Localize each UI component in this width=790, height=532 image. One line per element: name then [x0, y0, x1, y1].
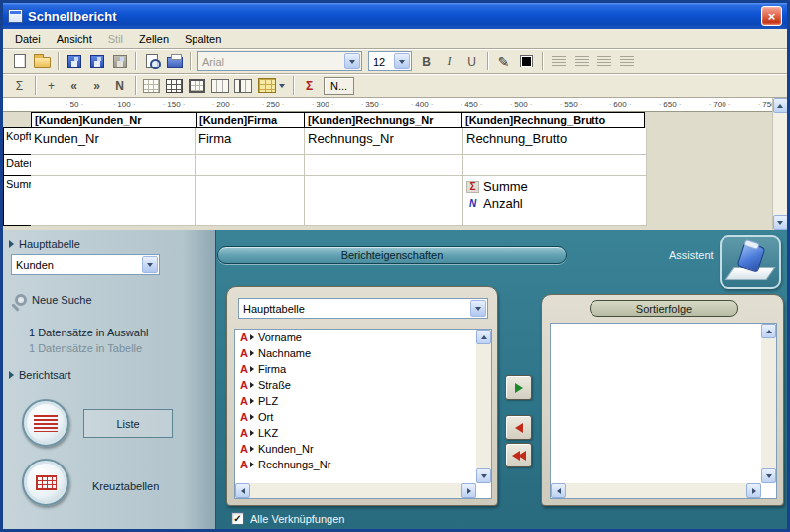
chevron-down-icon[interactable] [394, 53, 410, 69]
daten-cell[interactable] [305, 155, 463, 176]
alle-verknuepfungen-checkbox[interactable]: ✓ Alle Verknüpfungen [231, 512, 344, 525]
neue-suche-button[interactable]: Neue Suche [15, 294, 92, 306]
assistent-button[interactable] [720, 235, 781, 289]
outline-border-button[interactable] [186, 75, 208, 97]
kopfteil-cell[interactable]: Rechnung_Brutto [463, 128, 647, 155]
scroll-right-button[interactable] [461, 483, 476, 498]
italic-button[interactable]: I [438, 51, 461, 72]
cell-borders-button[interactable] [163, 75, 186, 97]
fields-table-select[interactable]: Haupttabelle [238, 298, 488, 319]
insert-sum-button[interactable]: Σ [298, 75, 321, 97]
column-header[interactable]: [Kunden]Firma [196, 112, 305, 128]
summe-entry[interactable]: Σ Summe [466, 179, 646, 194]
chevron-down-icon[interactable] [344, 53, 360, 69]
align-right-button[interactable] [592, 51, 615, 72]
new-document-icon [14, 54, 26, 68]
liste-option[interactable]: Liste [83, 409, 173, 438]
scroll-left-button[interactable] [235, 483, 250, 498]
font-size-select[interactable]: 12 [368, 51, 412, 71]
scroll-left-button[interactable] [551, 483, 566, 498]
open-report-button[interactable] [31, 51, 54, 72]
sum-mode-button[interactable]: Σ [8, 75, 31, 97]
sort-vertical-scrollbar[interactable] [761, 324, 776, 483]
field-item[interactable]: A Firma [235, 361, 476, 377]
insert-subtotal-button[interactable]: + [40, 75, 63, 97]
field-item[interactable]: A Nachname [235, 345, 476, 361]
fill-color-button[interactable] [515, 51, 538, 72]
new-report-button[interactable] [8, 51, 31, 72]
daten-cell[interactable] [31, 155, 196, 176]
close-button[interactable]: × [761, 6, 782, 26]
chevron-down-icon[interactable] [142, 256, 158, 273]
summe-cell[interactable] [31, 176, 196, 226]
remove-field-button[interactable] [505, 415, 532, 440]
text-color-button[interactable]: ✎ [492, 51, 515, 72]
chevron-down-icon[interactable] [470, 300, 486, 317]
daten-cell[interactable] [463, 155, 647, 176]
menu-ansicht[interactable]: Ansicht [49, 31, 100, 47]
print-preview-button[interactable] [140, 51, 163, 72]
grid-vertical-scrollbar[interactable] [772, 98, 787, 230]
kreuztabellen-report-button[interactable] [22, 459, 69, 506]
row-label-summe[interactable]: Summe [3, 175, 32, 226]
column-frame-button[interactable] [231, 75, 254, 97]
summe-cell[interactable] [196, 176, 305, 226]
sort-listbox[interactable] [550, 323, 777, 499]
border-style-picker[interactable] [254, 77, 289, 94]
field-item[interactable]: A Straße [235, 377, 476, 393]
field-item[interactable]: A Rechnungs_Nr [235, 457, 476, 472]
fields-horizontal-scrollbar[interactable] [235, 483, 476, 498]
scroll-up-button[interactable] [476, 330, 491, 344]
field-item[interactable]: A PLZ [235, 393, 476, 409]
menu-stil[interactable]: Stil [100, 31, 131, 47]
field-item[interactable]: A Kunden_Nr [235, 441, 476, 457]
liste-report-button[interactable] [22, 399, 69, 447]
scroll-up-button[interactable] [761, 324, 776, 338]
row-label-daten[interactable]: Daten [3, 154, 32, 176]
summe-cell[interactable] [305, 176, 463, 226]
checkbox-box[interactable]: ✓ [231, 512, 244, 525]
daten-cell[interactable] [196, 155, 305, 176]
save-button[interactable] [63, 51, 85, 72]
print-button[interactable] [163, 51, 186, 72]
row-label-kopfteil[interactable]: Kopfteil [3, 127, 32, 155]
show-grid-button[interactable] [140, 75, 163, 97]
field-item[interactable]: A LKZ [235, 425, 476, 441]
sort-horizontal-scrollbar[interactable] [551, 483, 761, 498]
scroll-down-button[interactable] [476, 468, 491, 483]
number-format-button[interactable]: N... [324, 77, 354, 95]
column-divider-button[interactable] [208, 75, 231, 97]
remove-all-fields-button[interactable] [505, 443, 532, 467]
scroll-up-button[interactable] [773, 98, 788, 113]
table-select[interactable]: Kunden [11, 254, 160, 275]
underline-button[interactable]: U [461, 51, 483, 72]
scroll-down-button[interactable] [761, 468, 776, 483]
align-left-button[interactable] [547, 51, 570, 72]
move-column-right-button[interactable]: » [85, 75, 108, 97]
kopfteil-cell[interactable]: Kunden_Nr [31, 128, 196, 155]
field-item[interactable]: A Ort [235, 409, 476, 425]
column-header[interactable]: [Kunden]Rechnungs_Nr [304, 112, 462, 128]
revert-button[interactable] [108, 51, 131, 72]
add-field-button[interactable] [505, 375, 532, 400]
menu-zellen[interactable]: Zellen [131, 31, 177, 47]
kopfteil-cell[interactable]: Rechnungs_Nr [305, 128, 463, 155]
page-number-button[interactable]: N [108, 75, 131, 97]
scroll-down-button[interactable] [773, 215, 788, 230]
move-column-left-button[interactable]: « [63, 75, 85, 97]
fields-vertical-scrollbar[interactable] [476, 330, 491, 483]
summe-cell[interactable]: Σ Summe N Anzahl [463, 176, 647, 226]
font-select[interactable]: Arial [198, 51, 362, 71]
kopfteil-cell[interactable]: Firma [196, 128, 305, 155]
align-justify-button[interactable] [615, 51, 638, 72]
anzahl-entry[interactable]: N Anzahl [466, 197, 646, 211]
menu-spalten[interactable]: Spalten [177, 31, 229, 47]
scroll-right-button[interactable] [746, 483, 761, 498]
column-header[interactable]: [Kunden]Kunden_Nr [31, 112, 197, 128]
bold-button[interactable]: B [415, 51, 438, 72]
column-header[interactable]: [Kunden]Rechnung_Brutto [461, 112, 645, 128]
menu-datei[interactable]: Datei [7, 31, 49, 47]
align-center-button[interactable] [570, 51, 592, 72]
field-item[interactable]: A Vorname [235, 330, 476, 345]
save-as-button[interactable] [85, 51, 108, 72]
